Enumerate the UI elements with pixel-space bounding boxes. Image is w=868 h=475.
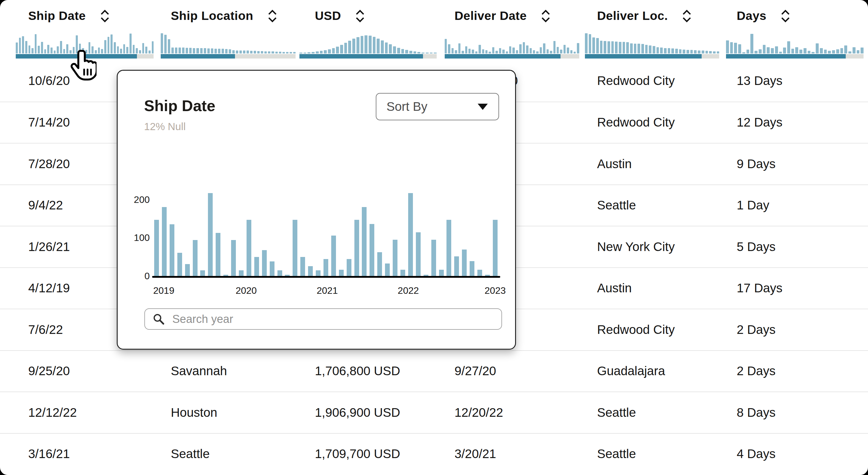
cell-ship_date: 3/16/21 bbox=[28, 447, 70, 461]
sparkline-bar bbox=[820, 48, 823, 54]
sparkline-bar bbox=[304, 53, 307, 54]
sparkline-bar bbox=[31, 48, 34, 54]
column-histogram-deliver_date[interactable] bbox=[445, 33, 579, 62]
sparkline-bar bbox=[526, 45, 528, 54]
table-row[interactable]: 12/12/22Houston1,906,900 USD12/20/22Seat… bbox=[0, 391, 868, 433]
sparkline-bar bbox=[630, 43, 633, 54]
column-label: USD bbox=[315, 9, 341, 23]
cell-deliver_loc: Guadalajara bbox=[597, 364, 665, 378]
sparkline-bar bbox=[179, 48, 181, 54]
chart-bar bbox=[247, 220, 251, 276]
sparkline-bar bbox=[405, 50, 408, 54]
sort-unfold-chevrons-icon[interactable] bbox=[540, 9, 551, 23]
cell-days: 2 Days bbox=[737, 323, 776, 337]
sparkline-bar bbox=[282, 52, 285, 54]
sparkline-bar bbox=[828, 51, 831, 54]
sparkline-bar bbox=[172, 48, 174, 54]
sparkline-bar bbox=[66, 44, 68, 54]
column-histogram-days[interactable] bbox=[726, 33, 864, 62]
sparkline-bar bbox=[257, 51, 260, 54]
sparkline-bar bbox=[861, 48, 864, 54]
chart-bar bbox=[185, 264, 190, 276]
search-year-input[interactable] bbox=[172, 313, 494, 326]
column-header-usd[interactable]: USD bbox=[315, 9, 365, 23]
sparkline-bar bbox=[422, 53, 425, 54]
sparkline-bar bbox=[626, 42, 629, 54]
chart-bar bbox=[154, 220, 159, 276]
sparkline-bar bbox=[664, 48, 666, 54]
table-row[interactable]: 9/25/20Savannah1,706,800 USD9/27/20Guada… bbox=[0, 350, 868, 392]
sparkline-bar bbox=[133, 45, 135, 54]
chart-bar bbox=[362, 207, 367, 276]
sparkline-bar bbox=[76, 35, 78, 54]
sparkline-bar bbox=[445, 39, 447, 54]
sort-unfold-chevrons-icon[interactable] bbox=[99, 9, 110, 23]
popup-null-percentage: 12% Null bbox=[144, 121, 186, 132]
column-header-deliver_date[interactable]: Deliver Date bbox=[455, 9, 551, 23]
chart-bar bbox=[262, 250, 267, 276]
chart-bar bbox=[416, 232, 421, 276]
column-label: Days bbox=[737, 9, 766, 23]
sparkline-bar bbox=[472, 50, 474, 54]
sort-unfold-chevrons-icon[interactable] bbox=[267, 9, 278, 23]
sparkline-bar bbox=[207, 49, 210, 54]
y-tick-label: 0 bbox=[124, 271, 150, 282]
chart-bar bbox=[200, 270, 205, 276]
chart-bar bbox=[331, 235, 336, 276]
column-histogram-ship_location[interactable] bbox=[161, 33, 296, 62]
sparkline-bar bbox=[120, 49, 122, 54]
sparkline-bar bbox=[468, 49, 470, 54]
column-header-days[interactable]: Days bbox=[737, 9, 791, 23]
cell-ship_date: 7/14/20 bbox=[28, 115, 70, 129]
sparkline-bar bbox=[57, 46, 59, 54]
sparkline-bar bbox=[694, 50, 696, 54]
sparkline-bars bbox=[300, 33, 437, 54]
sparkline-bar bbox=[129, 34, 132, 54]
sparkline-bar bbox=[182, 48, 184, 54]
cell-deliver_loc: Seattle bbox=[597, 198, 636, 212]
sparkline-bar bbox=[779, 52, 782, 54]
sparkline-bar bbox=[649, 45, 651, 54]
sparkline-bar bbox=[509, 46, 511, 54]
cell-days: 5 Days bbox=[737, 240, 776, 254]
column-header-ship_location[interactable]: Ship Location bbox=[171, 9, 278, 23]
sparkline-bars bbox=[585, 33, 719, 54]
sparkline-bar bbox=[465, 46, 467, 54]
sparkline-bar bbox=[369, 36, 372, 54]
sparkline-bar bbox=[671, 49, 674, 54]
sparkline-bar bbox=[393, 46, 396, 54]
chart-bar bbox=[292, 220, 297, 276]
chart-bar bbox=[377, 252, 382, 276]
sparkline-bar bbox=[698, 51, 701, 54]
chart-bar bbox=[270, 261, 275, 276]
column-histogram-usd[interactable] bbox=[300, 33, 437, 62]
cell-deliver_loc: Austin bbox=[597, 157, 632, 171]
chart-bar bbox=[431, 240, 436, 276]
column-label: Deliver Loc. bbox=[597, 9, 668, 23]
column-header-ship_date[interactable]: Ship Date bbox=[28, 9, 110, 23]
column-histogram-deliver_loc[interactable] bbox=[585, 33, 719, 62]
sparkline-bar bbox=[706, 51, 708, 54]
sparkline-bar bbox=[675, 49, 678, 54]
sort-unfold-chevrons-icon[interactable] bbox=[780, 9, 791, 23]
chart-bar bbox=[254, 257, 259, 276]
x-tick-label: 2020 bbox=[236, 285, 257, 296]
sort-unfold-chevrons-icon[interactable] bbox=[681, 9, 692, 23]
sort-unfold-chevrons-icon[interactable] bbox=[355, 9, 365, 23]
column-histogram-ship_date[interactable] bbox=[16, 33, 154, 62]
chart-bar bbox=[347, 259, 351, 276]
search-year-box[interactable] bbox=[144, 308, 502, 330]
cell-ship_date: 10/6/20 bbox=[28, 74, 70, 88]
cell-ship_date: 9/25/20 bbox=[28, 364, 70, 378]
column-header-deliver_loc[interactable]: Deliver Loc. bbox=[597, 9, 692, 23]
sparkline-bar bbox=[126, 47, 128, 54]
chart-bar bbox=[177, 253, 182, 276]
non-null-meter-fill bbox=[726, 54, 846, 59]
cell-deliver_date: 3/20/21 bbox=[455, 447, 496, 461]
sparkline-bar bbox=[495, 51, 498, 54]
sparkline-bar bbox=[307, 52, 310, 54]
sparkline-bar bbox=[60, 41, 62, 54]
sort-by-dropdown[interactable]: Sort By bbox=[376, 93, 499, 120]
table-row[interactable]: 3/16/21Seattle1,709,700 USD3/20/21Seattl… bbox=[0, 433, 868, 475]
sparkline-bar bbox=[265, 52, 267, 54]
